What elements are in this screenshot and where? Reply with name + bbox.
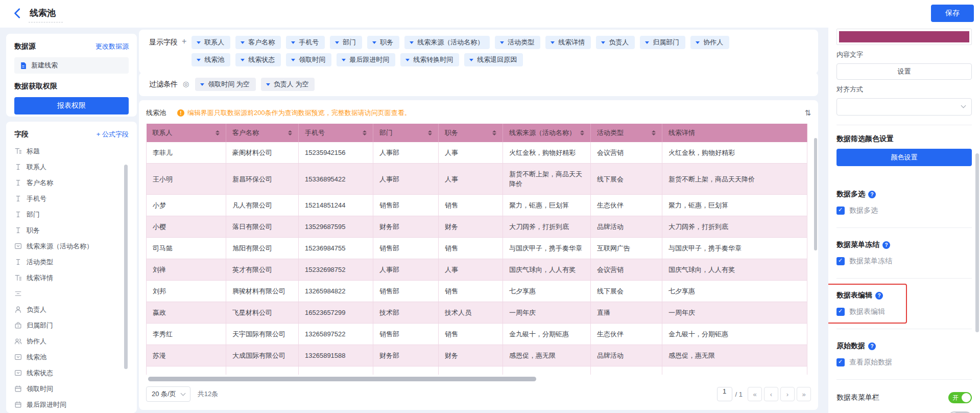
toggle-switch-on[interactable]: 开 xyxy=(948,392,972,403)
table-cell[interactable]: 新货不断上架，商品天天降价 xyxy=(503,164,591,195)
table-cell[interactable]: 销售 xyxy=(439,324,503,345)
first-page-button[interactable]: « xyxy=(748,387,762,401)
display-field-tag[interactable]: 领取时间 xyxy=(286,53,331,66)
table-cell[interactable]: 李秀红 xyxy=(147,324,226,345)
last-page-button[interactable]: » xyxy=(797,387,811,401)
table-cell[interactable]: 财务 xyxy=(439,345,503,366)
column-header[interactable]: 联系人 xyxy=(147,124,226,142)
display-field-tag[interactable]: 线索退回原因 xyxy=(464,53,523,66)
table-cell[interactable]: 生态伙伴 xyxy=(591,324,662,345)
field-item[interactable]: 负责人 xyxy=(14,302,129,317)
table-cell[interactable]: 小樱 xyxy=(147,216,226,238)
field-item[interactable]: 线索池 xyxy=(14,349,129,365)
table-cell[interactable]: 16523657299 xyxy=(299,302,373,324)
table-cell[interactable]: 感恩促，惠无限 xyxy=(503,345,591,366)
table-cell[interactable] xyxy=(591,366,662,375)
table-cell[interactable]: 会议营销 xyxy=(591,142,662,164)
display-field-tag[interactable]: 联系人 xyxy=(192,36,230,49)
field-item[interactable]: 职务 xyxy=(14,222,129,238)
sort-icon[interactable] xyxy=(216,130,220,135)
table-cell[interactable]: 会议营销 xyxy=(591,259,662,281)
table-cell[interactable]: 飞星材料公司 xyxy=(226,302,299,324)
next-page-button[interactable]: › xyxy=(780,387,795,401)
table-cell[interactable]: 销售 xyxy=(439,238,503,259)
table-cell[interactable]: 大成国际有限公司 xyxy=(226,345,299,366)
field-item[interactable] xyxy=(14,286,129,302)
display-field-tag[interactable]: 活动类型 xyxy=(495,36,540,49)
prev-page-button[interactable]: ‹ xyxy=(764,387,778,401)
datasource-item[interactable]: 新建线索 xyxy=(14,57,129,74)
table-cell[interactable]: 火红金秋，购物好精彩 xyxy=(662,142,807,164)
align-select[interactable] xyxy=(836,98,972,116)
sort-icon[interactable] xyxy=(363,130,367,135)
page-size-select[interactable]: 20 条/页 xyxy=(146,386,190,402)
field-item[interactable]: 客户名称 xyxy=(14,175,129,191)
table-cell[interactable]: 线下展会 xyxy=(591,281,662,302)
field-item[interactable]: 归属部门 xyxy=(14,317,129,333)
table-cell[interactable]: 李菲儿 xyxy=(147,142,226,164)
report-permission-button[interactable]: 报表权限 xyxy=(14,97,129,114)
display-field-tag[interactable]: 手机号 xyxy=(286,36,325,49)
table-cell[interactable]: 技术部 xyxy=(373,302,439,324)
table-cell[interactable] xyxy=(147,366,226,375)
table-cell[interactable]: 落日有限公司 xyxy=(226,216,299,238)
table-cell[interactable]: 人事部 xyxy=(373,259,439,281)
help-icon[interactable]: ? xyxy=(875,292,883,300)
table-cell[interactable]: 15232698752 xyxy=(299,259,373,281)
table-cell[interactable] xyxy=(299,366,373,375)
column-header[interactable]: 部门 xyxy=(373,124,439,142)
table-cell[interactable]: 豪阁材料公司 xyxy=(226,142,299,164)
table-cell[interactable]: 国庆气球向，人人有奖 xyxy=(503,259,591,281)
table-cell[interactable]: 15236984755 xyxy=(299,238,373,259)
display-field-tag[interactable]: 线索转换时间 xyxy=(400,53,459,66)
display-field-tag[interactable]: 归属部门 xyxy=(640,36,685,49)
checkbox-checked[interactable] xyxy=(836,308,845,316)
filter-tag[interactable]: 领取时间 为空 xyxy=(195,78,256,91)
table-cell[interactable]: 销售 xyxy=(439,281,503,302)
table-cell[interactable]: 一周年庆 xyxy=(503,302,591,324)
table-cell[interactable]: 聚力，钜惠，巨划算 xyxy=(662,195,807,216)
filter-tag[interactable]: 负责人 为空 xyxy=(261,78,315,91)
back-icon[interactable] xyxy=(12,8,25,20)
table-cell[interactable]: 金九银十，分期钜惠 xyxy=(662,324,807,345)
field-item[interactable]: 标题 xyxy=(14,143,129,159)
table-cell[interactable]: 15214851244 xyxy=(299,195,373,216)
sort-icon[interactable] xyxy=(580,130,584,135)
table-cell[interactable]: 腾骏材料有限公司 xyxy=(226,281,299,302)
table-cell[interactable]: 旭阳有限公司 xyxy=(226,238,299,259)
display-field-tag[interactable]: 线索详情 xyxy=(545,36,591,49)
table-vertical-scrollbar[interactable] xyxy=(814,138,817,250)
table-cell[interactable]: 新货不断上架，商品天天降价 xyxy=(662,164,807,195)
column-header[interactable]: 客户名称 xyxy=(226,124,299,142)
field-item[interactable]: 领取时间 xyxy=(14,381,129,397)
table-cell[interactable]: 人事 xyxy=(439,164,503,195)
sort-icon[interactable] xyxy=(428,130,432,135)
display-field-tag[interactable]: 客户名称 xyxy=(235,36,281,49)
field-item[interactable]: 联系人 xyxy=(14,159,129,175)
field-item[interactable]: 协作人 xyxy=(14,333,129,349)
table-cell[interactable]: 金九银十，分期钜惠 xyxy=(503,324,591,345)
table-cell[interactable]: 英才有限公司 xyxy=(226,259,299,281)
table-cell[interactable]: 嬴政 xyxy=(147,302,226,324)
page-title[interactable]: 线索池 xyxy=(29,6,63,22)
table-cell[interactable]: 生态伙伴 xyxy=(591,195,662,216)
table-cell[interactable]: 聚力，钜惠，巨划算 xyxy=(503,195,591,216)
table-cell[interactable]: 15235942156 xyxy=(299,142,373,164)
table-cell[interactable]: 苏漫 xyxy=(147,345,226,366)
color-settings-button[interactable]: 颜色设置 xyxy=(836,149,972,166)
field-item[interactable]: 手机号 xyxy=(14,191,129,206)
color-swatch-box[interactable] xyxy=(836,29,972,45)
field-item[interactable]: 线索状态 xyxy=(14,365,129,381)
add-display-field-icon[interactable]: + xyxy=(182,37,186,71)
table-cell[interactable]: 13529687595 xyxy=(299,216,373,238)
table-cell[interactable]: 小梦 xyxy=(147,195,226,216)
column-header[interactable]: 活动类型 xyxy=(591,124,662,142)
table-cell[interactable]: 销售部 xyxy=(373,195,439,216)
help-icon[interactable]: ? xyxy=(868,342,876,350)
column-header[interactable]: 职务 xyxy=(439,124,503,142)
column-header[interactable]: 线索来源（活动名称） xyxy=(503,124,591,142)
checkbox-checked[interactable] xyxy=(836,358,845,366)
page-vertical-scrollbar[interactable] xyxy=(975,153,979,332)
table-cell[interactable]: 火红金秋，购物好精彩 xyxy=(503,142,591,164)
table-cell[interactable]: 司马懿 xyxy=(147,238,226,259)
